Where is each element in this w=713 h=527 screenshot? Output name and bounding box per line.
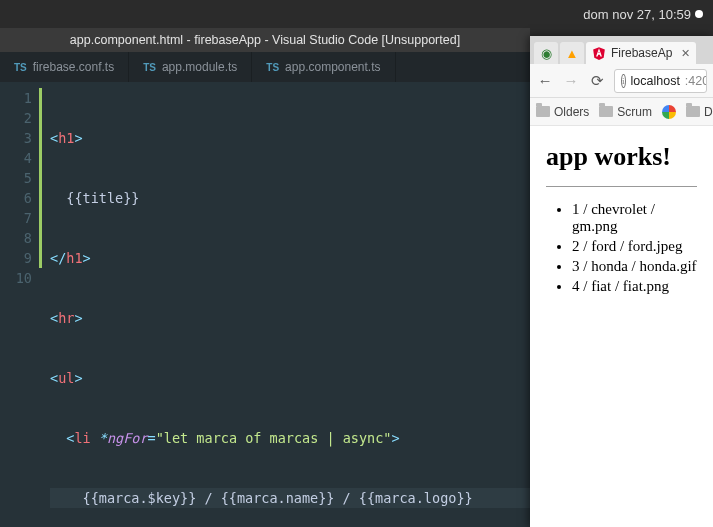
back-button[interactable]: ← [536, 72, 554, 90]
line-number: 1 [0, 88, 32, 108]
bookmark-diversos[interactable]: Diverso [686, 105, 713, 119]
vscode-window: app.component.html - firebaseApp - Visua… [0, 28, 530, 527]
list-item: 2 / ford / ford.jpeg [572, 238, 697, 255]
close-tab-icon[interactable]: ✕ [681, 47, 690, 60]
folder-icon [599, 106, 613, 117]
page-content: app works! 1 / chevrolet / gm.png 2 / fo… [530, 126, 713, 527]
url-host: localhost [631, 74, 680, 88]
browser-tab-inactive-2[interactable]: ▲ [560, 42, 584, 64]
line-number-gutter: 1 2 3 4 5 6 7 8 9 10 [0, 82, 42, 527]
bookmark-colored[interactable] [662, 105, 676, 119]
chrome-icon [662, 105, 676, 119]
vscode-titlebar: app.component.html - firebaseApp - Visua… [0, 28, 530, 52]
url-port: :4200 [685, 74, 707, 88]
git-change-indicator [39, 88, 42, 268]
typescript-icon: TS [14, 62, 27, 73]
list-item: 1 / chevrolet / gm.png [572, 201, 697, 235]
editor-tab-label: firebase.conf.ts [33, 60, 114, 74]
line-number: 8 [0, 228, 32, 248]
divider [546, 186, 697, 187]
line-number: 9 [0, 248, 32, 268]
bookmark-scrum[interactable]: Scrum [599, 105, 652, 119]
system-indicator-dot-icon [695, 10, 703, 18]
code-content[interactable]: <h1> {{title}} </h1> <hr> <ul> <li *ngFo… [42, 82, 530, 527]
line-number: 4 [0, 148, 32, 168]
system-menubar: dom nov 27, 10:59 [0, 0, 713, 28]
page-heading: app works! [546, 142, 697, 172]
forward-button[interactable]: → [562, 72, 580, 90]
bookmark-label: Olders [554, 105, 589, 119]
list-item: 4 / fiat / fiat.png [572, 278, 697, 295]
editor-tab-app-module[interactable]: TS app.module.ts [129, 52, 252, 82]
browser-tab-strip: ◉ ▲ FirebaseAp ✕ [530, 36, 713, 64]
editor-tabs: TS firebase.conf.ts TS app.module.ts TS … [0, 52, 530, 82]
typescript-icon: TS [143, 62, 156, 73]
bookmark-label: Diverso [704, 105, 713, 119]
browser-tab-inactive-1[interactable]: ◉ [534, 42, 558, 64]
firebase-icon: ▲ [566, 46, 579, 61]
app-icon: ◉ [541, 46, 552, 61]
bookmark-olders[interactable]: Olders [536, 105, 589, 119]
list-item: 3 / honda / honda.gif [572, 258, 697, 275]
browser-tab-active[interactable]: FirebaseAp ✕ [586, 42, 696, 64]
bookmarks-bar: Olders Scrum Diverso [530, 98, 713, 126]
editor-tab-firebase-conf[interactable]: TS firebase.conf.ts [0, 52, 129, 82]
line-number: 7 [0, 208, 32, 228]
line-number: 10 [0, 268, 32, 288]
code-editor[interactable]: 1 2 3 4 5 6 7 8 9 10 <h1> {{title}} </h1… [0, 82, 530, 527]
site-info-icon[interactable]: i [621, 74, 626, 88]
browser-tab-title: FirebaseAp [611, 46, 672, 60]
line-number: 2 [0, 108, 32, 128]
line-number: 5 [0, 168, 32, 188]
reload-button[interactable]: ⟳ [588, 72, 606, 90]
system-clock: dom nov 27, 10:59 [583, 7, 691, 22]
angular-icon [592, 46, 606, 60]
active-line: {{marca.$key}} / {{marca.name}} / {{marc… [50, 488, 530, 508]
line-number: 6 [0, 188, 32, 208]
items-list: 1 / chevrolet / gm.png 2 / ford / ford.j… [546, 201, 697, 295]
editor-tab-label: app.component.ts [285, 60, 380, 74]
bookmark-label: Scrum [617, 105, 652, 119]
editor-tab-label: app.module.ts [162, 60, 237, 74]
typescript-icon: TS [266, 62, 279, 73]
folder-icon [536, 106, 550, 117]
line-number: 3 [0, 128, 32, 148]
chrome-window: ◉ ▲ FirebaseAp ✕ ← → ⟳ i localhost:4200 … [530, 36, 713, 527]
editor-tab-app-component[interactable]: TS app.component.ts [252, 52, 395, 82]
address-bar[interactable]: i localhost:4200 [614, 69, 707, 93]
browser-toolbar: ← → ⟳ i localhost:4200 [530, 64, 713, 98]
folder-icon [686, 106, 700, 117]
